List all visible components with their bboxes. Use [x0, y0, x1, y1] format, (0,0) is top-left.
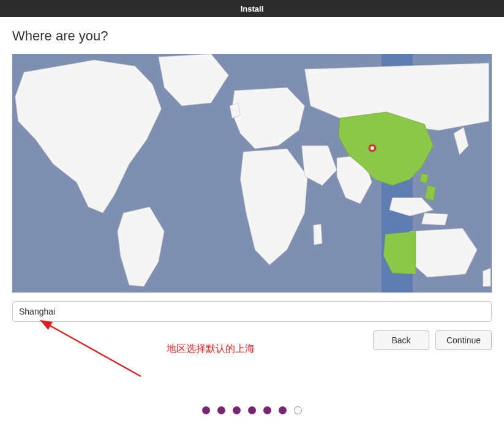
window-titlebar: Install [0, 0, 504, 17]
location-input[interactable] [12, 301, 492, 322]
progress-dot-current [294, 406, 302, 414]
window-title: Install [241, 4, 264, 13]
annotation-text: 地区选择默认的上海 [167, 343, 255, 356]
back-button[interactable]: Back [373, 330, 429, 350]
timezone-map[interactable] [12, 54, 492, 293]
location-marker-icon [369, 144, 376, 152]
progress-dots [0, 406, 504, 414]
progress-dot [248, 406, 256, 414]
progress-dot [202, 406, 210, 414]
progress-dot [279, 406, 287, 414]
world-map-svg [12, 54, 492, 293]
progress-dot [263, 406, 271, 414]
page-title: Where are you? [12, 28, 492, 44]
progress-dot [217, 406, 225, 414]
continue-button[interactable]: Continue [435, 330, 492, 350]
progress-dot [233, 406, 241, 414]
